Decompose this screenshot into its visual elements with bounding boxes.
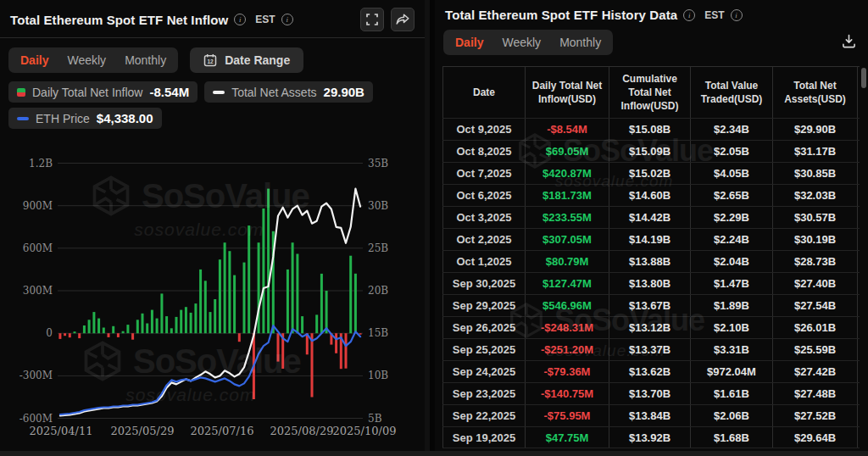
- cell-date: Sep 25,2025: [442, 339, 526, 360]
- info-icon[interactable]: i: [683, 9, 695, 21]
- inflow-bar: [204, 281, 207, 333]
- history-title: Total Ethereum Spot ETF History Data: [445, 8, 677, 22]
- inflow-bar: [296, 254, 298, 334]
- cell-date: Sep 29,2025: [442, 295, 526, 316]
- inflow-bar: [58, 333, 61, 339]
- inflow-bar: [74, 331, 76, 333]
- inflow-bar: [142, 314, 144, 333]
- legend-daily-net-inflow[interactable]: Daily Total Net Inflow -8.54M: [8, 81, 198, 103]
- legend-value: 29.90B: [324, 85, 364, 99]
- cell-net-assets: $30.85B: [773, 163, 858, 184]
- inflow-bar: [117, 333, 120, 337]
- cell-value-traded: $2.04B: [691, 251, 773, 272]
- cell-daily-inflow: -$248.31M: [526, 317, 609, 338]
- cell-daily-inflow: $47.75M: [526, 427, 609, 448]
- x-axis-tick: 2025/10/09: [333, 425, 397, 437]
- table-row[interactable]: Sep 25,2025-$251.20M$13.37B$3.31B$25.59B: [442, 338, 860, 360]
- cell-value-traded: $2.10B: [691, 317, 773, 338]
- y-axis-tick-right: 15B: [368, 328, 388, 338]
- cell-value-traded: $2.34B: [691, 119, 773, 140]
- inflow-bar: [160, 293, 163, 333]
- table-row[interactable]: Oct 1,2025$80.79M$13.88B$2.04B$28.73B: [442, 250, 860, 272]
- inflow-bar: [112, 326, 114, 333]
- table-row[interactable]: Sep 22,2025-$75.95M$13.84B$2.06B$27.52B: [442, 404, 860, 426]
- total-net-assets-line: [60, 189, 360, 416]
- cell-daily-inflow: $69.05M: [526, 141, 609, 162]
- cell-cumulative-inflow: $13.12B: [609, 317, 691, 338]
- svg-text:12: 12: [208, 58, 214, 64]
- x-axis-tick: 2025/05/29: [111, 425, 175, 437]
- inflow-bar: [103, 328, 105, 334]
- eth-price-line: [60, 325, 360, 414]
- bar-swatch-icon: [17, 88, 25, 97]
- download-button[interactable]: [842, 34, 860, 52]
- cell-daily-inflow: $307.05M: [526, 229, 609, 250]
- info-icon[interactable]: i: [281, 14, 293, 25]
- inflow-bar: [311, 333, 314, 397]
- table-row[interactable]: Oct 9,2025-$8.54M$15.08B$2.34B$29.90B: [442, 118, 860, 140]
- col-header-value-traded: Total Value Traded(USD): [691, 67, 773, 118]
- legend-eth-price[interactable]: ETH Price $4,338.00: [8, 108, 162, 129]
- inflow-bar: [219, 259, 221, 333]
- cell-value-traded: $2.24B: [691, 229, 773, 250]
- timezone-label: EST: [255, 14, 275, 25]
- table-row[interactable]: Oct 7,2025$420.87M$15.02B$4.05B$30.85B: [442, 162, 860, 184]
- inflow-bar: [185, 307, 187, 333]
- table-row[interactable]: Sep 29,2025$546.96M$13.67B$1.89B$27.54B: [442, 294, 860, 316]
- cell-net-assets: $29.90B: [773, 119, 858, 140]
- table-row[interactable]: Oct 6,2025$181.73M$14.60B$2.65B$32.03B: [442, 184, 860, 206]
- cell-net-assets: $30.19B: [773, 229, 858, 250]
- timezone-label: EST: [704, 9, 724, 21]
- cell-value-traded: $2.05B: [691, 141, 773, 162]
- cell-date: Oct 1,2025: [442, 251, 526, 272]
- tab-weekly[interactable]: Weekly: [502, 36, 541, 49]
- inflow-bar: [359, 333, 362, 335]
- table-row[interactable]: Oct 3,2025$233.55M$14.42B$2.29B$30.57B: [442, 206, 860, 228]
- inflow-bar: [277, 333, 280, 361]
- tab-daily[interactable]: Daily: [20, 53, 48, 67]
- table-row[interactable]: Sep 26,2025-$248.31M$13.12B$2.10B$26.01B: [442, 316, 860, 338]
- table-row[interactable]: Oct 8,2025$69.05M$15.09B$2.05B$31.17B: [442, 140, 860, 162]
- y-axis-tick-right: 30B: [368, 201, 388, 211]
- table-row[interactable]: Sep 23,2025-$140.75M$13.70B$1.61B$27.48B: [442, 382, 860, 404]
- share-button[interactable]: [391, 8, 415, 31]
- legend-total-net-assets[interactable]: Total Net Assets 29.90B: [204, 81, 373, 103]
- cell-daily-inflow: $233.55M: [526, 207, 609, 228]
- cell-cumulative-inflow: $14.60B: [609, 185, 691, 206]
- cell-daily-inflow: -$251.20M: [526, 339, 609, 360]
- cell-net-assets: $32.03B: [773, 185, 858, 206]
- x-axis-tick: 2025/07/16: [191, 425, 254, 437]
- table-row[interactable]: Sep 30,2025$127.47M$13.80B$1.47B$27.40B: [442, 272, 860, 294]
- fullscreen-button[interactable]: [360, 8, 384, 31]
- cell-net-assets: $27.52B: [773, 405, 858, 426]
- cell-daily-inflow: -$140.75M: [526, 383, 609, 404]
- inflow-bar: [83, 325, 86, 333]
- table-row[interactable]: Sep 19,2025$47.75M$13.92B$1.68B$29.64B: [442, 426, 860, 448]
- chart-period-tabs-row: Daily Weekly Monthly 12 Date Range: [0, 38, 425, 73]
- tab-monthly[interactable]: Monthly: [125, 53, 166, 67]
- cell-value-traded: $972.04M: [691, 361, 773, 382]
- inflow-bar: [108, 333, 110, 337]
- date-range-button[interactable]: 12 Date Range: [190, 47, 303, 73]
- table-row[interactable]: Sep 24,2025-$79.36M$13.62B$972.04M$27.42…: [442, 360, 860, 382]
- tab-daily[interactable]: Daily: [455, 36, 483, 49]
- page-title: Total Ethereum Spot ETF Net Inflow: [10, 13, 228, 27]
- table-row[interactable]: Oct 2,2025$307.05M$14.19B$2.24B$30.19B: [442, 228, 860, 250]
- tab-monthly[interactable]: Monthly: [559, 36, 601, 49]
- y-axis-tick-right: 20B: [368, 286, 388, 296]
- blue-line-swatch-icon: [17, 117, 29, 120]
- inflow-bar: [209, 312, 212, 333]
- table-scrollbar-thumb[interactable]: [861, 68, 866, 88]
- inflow-bar: [64, 333, 66, 336]
- inflow-bar: [175, 317, 178, 333]
- tab-weekly[interactable]: Weekly: [67, 53, 106, 67]
- info-icon[interactable]: i: [731, 9, 743, 21]
- cell-daily-inflow: $420.87M: [526, 163, 609, 184]
- cell-net-assets: $26.01B: [773, 317, 858, 338]
- cell-date: Sep 22,2025: [442, 405, 526, 426]
- cell-value-traded: $1.47B: [691, 273, 773, 294]
- info-icon[interactable]: i: [234, 14, 246, 25]
- inflow-bar: [233, 275, 236, 334]
- y-axis-tick-right: 35B: [368, 158, 388, 169]
- cell-net-assets: $25.59B: [773, 339, 858, 360]
